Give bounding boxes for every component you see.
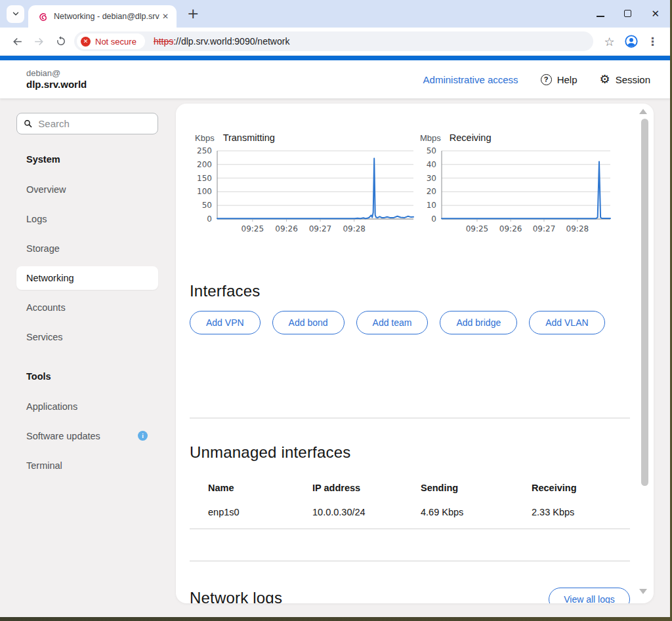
col-sending: Sending [421,483,532,493]
not-secure-chip[interactable]: ✕ Not secure [77,33,145,49]
sidebar-item-software-updates[interactable]: Software updates i [16,421,158,451]
sidebar-item-label: Logs [26,214,47,224]
sidebar-item-services[interactable]: Services [16,322,158,351]
cockpit-page: debian@ dlp.srv.world Administrative acc… [0,60,670,617]
sidebar-item-label: Networking [26,273,74,283]
view-all-logs-button[interactable]: View all logs [549,588,630,603]
window-minimize-button[interactable] [597,8,604,20]
url-rest: ://dlp.srv.world:9090/network [173,36,289,47]
forward-arrow-icon [33,35,45,48]
sidebar-item-applications[interactable]: Applications [16,391,158,421]
interfaces-actions: Add VPN Add bond Add team Add bridge Add… [190,311,605,334]
scrollbar-up-arrow[interactable] [639,109,647,114]
scrollbar-down-arrow[interactable] [639,589,647,594]
section-divider [190,561,630,561]
svg-text:50: 50 [202,201,212,210]
maximize-icon [624,10,631,17]
gear-icon: ⚙ [599,73,610,85]
svg-text:40: 40 [427,160,436,169]
administrative-access-link[interactable]: Administrative access [423,74,518,85]
back-button[interactable] [7,31,28,52]
sidebar: System Overview Logs Storage Networking … [0,98,174,617]
add-bridge-button[interactable]: Add bridge [440,311,517,334]
sidebar-item-overview[interactable]: Overview [16,174,158,204]
new-tab-button[interactable]: + [187,7,199,20]
reload-button[interactable] [50,31,72,52]
masthead: debian@ dlp.srv.world Administrative acc… [0,60,670,98]
session-menu[interactable]: ⚙ Session [599,73,650,85]
host-switcher[interactable]: debian@ dlp.srv.world [26,68,87,90]
sidebar-item-terminal[interactable]: Terminal [16,451,158,480]
help-menu[interactable]: ? Help [541,74,578,85]
svg-text:09:26: 09:26 [499,224,522,233]
svg-text:150: 150 [197,174,212,183]
network-logs-heading: Network logs [190,589,282,603]
svg-text:09:27: 09:27 [533,224,556,233]
profile-button[interactable] [620,31,642,52]
add-vpn-button[interactable]: Add VPN [190,311,261,334]
unmanaged-table-header: Name IP address Sending Receiving [208,483,630,493]
receiving-title: Receiving [450,132,492,143]
main-content-card: Kbps Transmitting 05010015020025009:2509… [176,104,654,603]
forward-button[interactable] [28,31,50,52]
svg-text:09:28: 09:28 [343,224,366,233]
sidebar-item-label: Services [26,332,63,342]
window-close-button[interactable]: ✕ [651,8,660,20]
sidebar-item-networking[interactable]: Networking [16,266,158,290]
sidebar-item-label: Accounts [26,302,66,313]
section-divider [190,418,630,418]
svg-text:09:25: 09:25 [466,224,489,233]
svg-text:09:26: 09:26 [275,224,298,233]
sidebar-nav: System Overview Logs Storage Networking … [16,145,158,480]
transmitting-chart: 05010015020025009:2509:2609:2709:28 [190,147,415,242]
url-scheme: https [154,36,173,47]
search-input[interactable] [38,118,151,129]
svg-text:09:27: 09:27 [309,224,332,233]
col-receiving: Receiving [532,483,630,493]
not-secure-label: Not secure [95,37,136,47]
logged-in-user: debian@ [26,68,87,79]
bookmark-button[interactable]: ☆ [598,31,620,52]
svg-text:09:28: 09:28 [566,224,589,233]
sidebar-item-label: Overview [26,184,66,195]
scrollbar-thumb[interactable] [641,119,648,486]
unmanaged-interfaces-heading: Unmanaged interfaces [190,443,350,462]
page-accent-bar [0,56,670,60]
tab-search-button[interactable] [7,5,24,23]
tab-close-icon[interactable]: ✕ [159,10,171,22]
sidebar-item-accounts[interactable]: Accounts [16,292,158,322]
chevron-down-icon [11,9,20,18]
sidebar-item-label: Storage [26,243,60,254]
browser-toolbar: ✕ Not secure https://dlp.srv.world:9090/… [0,28,670,56]
svg-text:10: 10 [427,201,436,210]
back-arrow-icon [11,35,24,48]
svg-text:20: 20 [427,187,436,196]
sidebar-search[interactable] [16,113,158,134]
table-row: enp1s0 10.0.0.30/24 4.69 Kbps 2.33 Kbps [208,507,630,517]
svg-text:100: 100 [197,187,212,196]
hostname: dlp.srv.world [26,79,87,90]
tab-strip: Networking - debian@dlp.srv.w ✕ + ✕ [0,0,670,28]
cell-ip-address: 10.0.0.30/24 [312,507,421,517]
add-team-button[interactable]: Add team [356,311,429,334]
window-maximize-button[interactable] [624,8,631,20]
cell-sending: 4.69 Kbps [421,507,532,517]
sidebar-item-label: Terminal [26,460,62,471]
tab-title: Networking - debian@dlp.srv.w [54,12,159,21]
info-badge-icon: i [138,431,148,441]
svg-text:250: 250 [197,147,212,155]
add-bond-button[interactable]: Add bond [272,311,345,334]
sidebar-item-logs[interactable]: Logs [16,204,158,233]
browser-menu-button[interactable]: ⋮ [642,31,663,52]
session-label: Session [616,74,650,85]
sidebar-item-storage[interactable]: Storage [16,233,158,263]
url-bar[interactable]: ✕ Not secure https://dlp.srv.world:9090/… [74,31,593,51]
browser-window: Networking - debian@dlp.srv.w ✕ + ✕ ✕ No… [0,0,670,617]
nav-group-system: System [16,145,158,174]
minimize-icon [597,16,604,17]
col-ip-address: IP address [312,483,421,493]
add-vlan-button[interactable]: Add VLAN [529,311,604,334]
browser-tab[interactable]: Networking - debian@dlp.srv.w ✕ [28,5,177,28]
transmitting-title: Transmitting [223,132,275,143]
svg-text:200: 200 [197,160,212,169]
